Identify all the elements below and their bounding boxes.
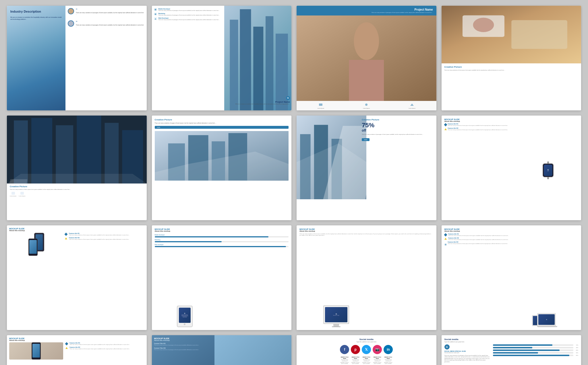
slide16-right: 74% 49% 83% [491,344,578,363]
slide15-caption1: INSERT TITLE HERE There are many variati… [340,356,349,364]
slide13-main-row: Features title #01 There are many variat… [9,342,144,360]
slide-creative-buildings-dark: Creative Picture There are many variatio… [7,116,147,220]
slide16-subtitle: Type the subtitle of your great here [444,341,579,343]
slide2-city-image: G Project Name We are on mission to revo… [224,6,291,110]
svg-rect-37 [445,244,446,245]
slide9-main-row: Features title #01 There are many variat… [9,233,144,256]
slide8-feature1: Features title #01 There are many variat… [444,123,518,126]
slide10-bar3-fill [155,246,286,247]
slide16-bar4-bg [493,352,573,354]
slide16-bar1-bg [493,344,573,346]
slide15-caption3: INSERT TITLE HERE There are many variati… [362,356,371,364]
svg-marker-25 [7,174,147,184]
slide9-phone-pair [28,233,44,256]
slide3-stat1: Lorem Ipsum [318,102,324,109]
slide2-project-overlay: G Project Name We are on mission to revo… [235,96,290,105]
slide5-icon2: Lorem Ipsum [19,192,25,197]
slide2-feature1-text: Mobile Developer There are many variatio… [158,8,220,11]
slide12-laptop: G [537,313,556,326]
slide16-g-icon: G [444,344,450,350]
slide16-bar4-fill [493,352,538,354]
slide10-bar1-label: Mobile Developer [155,234,289,236]
slide16-bar3-pct: 83% [574,350,578,351]
svg-rect-10 [349,60,384,101]
slide6-more-button[interactable]: more [155,126,289,129]
slide2-g-icon: G [286,96,290,100]
slide10-tablet-home-btn [184,323,185,325]
slide10-title: MOCKUP SLIDE [155,228,289,230]
slide16-bar3-bg [493,350,573,351]
slide12-laptop-screen: G [538,314,555,325]
slide13-phone-area [9,342,63,360]
slide5-icon1-shape [11,192,15,195]
svg-rect-20 [31,118,52,184]
slide8-diamond1-icon [444,123,447,126]
slide16-description: There are many variations of passages of… [444,355,491,363]
slide10-bar3: Web Developer [155,244,289,247]
slide13-feat2-text: Features title #02 There are many variat… [69,347,130,350]
slide11-description: There are many variations of lorem ipsum… [299,233,432,236]
slide5-content: Creative Picture There are many variatio… [7,184,147,198]
slide3-image-area [297,15,436,101]
svg-rect-22 [77,116,101,184]
slide10-bar1: Mobile Developer [155,234,289,237]
svg-rect-16 [511,20,567,49]
slide10-right: G Business Graph PRESENTATION TEMPLATE [155,306,215,327]
slide16-brand-sub: PRESENTATION TEMPLATE [444,352,491,354]
slide2-feature1: Mobile Developer There are many variatio… [154,8,223,11]
slide9-phone-front [28,239,38,256]
slide16-bar2-bg [493,347,573,348]
slide-project-woman: Project Name There are many variations o… [297,6,436,110]
slide-social-media-icons: Social media Type the subtitle of your g… [297,335,436,365]
slide9-phone-front-screen [29,240,37,254]
slide12-diamond1-icon [444,233,447,236]
slide2-feature2: Marketing There are many variations of p… [154,13,223,16]
slide6-description: Thars are many variations of pages of lo… [155,122,289,124]
slide7-title: Creative Picture [362,118,434,121]
slide8-title-area: MOCKUP SLIDE About this mockup [444,118,579,122]
slide12-feat2-text: Features title #02 There are many variat… [448,237,509,240]
slide13-features: Features title #01 There are many variat… [63,342,144,360]
svg-rect-4 [240,9,251,110]
slide13-title-area: MOCKUP SLIDE About this mockup [9,337,144,341]
slide16-bar1-fill [493,344,552,346]
slide9-title: MOCKUP SLIDE [9,228,144,230]
slide11-monitor-container: G Business Graph [323,305,349,327]
slide5-icons-row: Lorem Ipsum Lorem Ipsum [10,192,144,197]
slide9-phone-area [9,233,63,256]
slide1-quote1: There are many variations of passages of… [76,12,144,16]
slide6-title: Creative Picture [155,118,289,121]
slide8-feat1-text: Features title #01 There are many variat… [448,123,508,126]
slide5-description: There are many variations of items ipsum… [10,189,144,190]
slide12-main-row: Features title #01 There are many variat… [444,233,579,327]
slide1-avatar1 [68,8,74,14]
slide10-tablet-screen: G Business Graph PRESENTATION TEMPLATE [179,308,191,323]
slide11-monitor-base [332,326,341,327]
svg-point-9 [354,22,379,60]
slide7-more-button[interactable]: more [362,138,370,141]
slide14-title: MOCKUP SLIDE [154,337,217,339]
slide8-feature2: Features title #02 There are many variat… [444,128,518,130]
slide4-title: Creative Picture [444,66,579,68]
slide10-tablet: G Business Graph PRESENTATION TEMPLATE [177,306,193,327]
slide11-right: G Business Graph [299,305,373,327]
slide-social-media-bars: Social media Type the subtitle of your g… [442,335,581,365]
slide10-bar2-fill [155,241,222,242]
slide1-person1-row: " There are many variations of passages … [68,8,144,16]
slide12-tablet-small-wrap [532,315,537,327]
slide12-features: Features title #01 There are many variat… [444,233,511,327]
slide3-top-bar: Project Name There are many variations o… [297,6,436,15]
slide16-bar5-bg [493,355,573,356]
slide10-left: MOCKUP SLIDE About this mockup Mobile De… [155,228,289,306]
slide9-feature1: Features title #01 There are many variat… [65,233,144,236]
slide10-bar3-bg [155,246,289,247]
slide-industry-description: Industry Description We are on mission t… [7,6,147,110]
slide1-person1-text: " There are many variations of passages … [76,8,144,16]
slide11-monitor: G Business Graph [323,305,349,324]
slide15-linkedin-icon: in [384,345,393,354]
slide-mockup-phones: MOCKUP SLIDE About this mockup F [7,225,147,330]
slide15-icons-row: f p 𝕏 📷 in [299,345,434,354]
slide10-bar2-label: Marketing [155,239,289,241]
slide12-triangle2-icon [444,238,447,240]
slide15-twitter-icon: 𝕏 [362,345,371,354]
